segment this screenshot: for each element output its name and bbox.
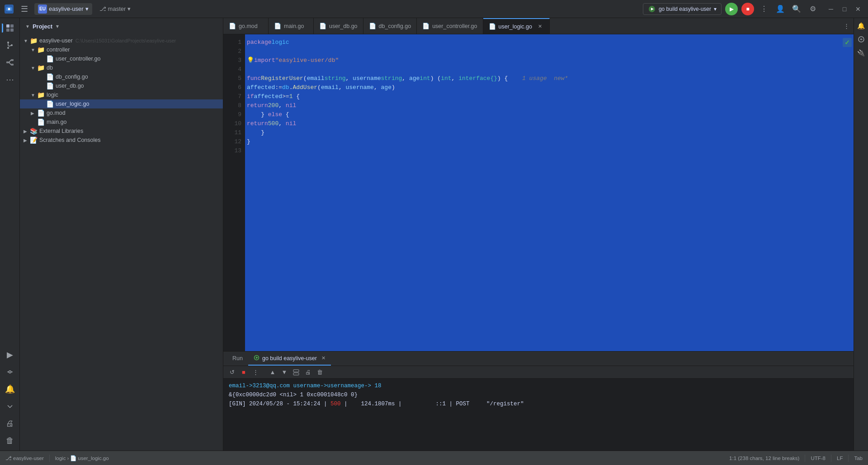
userlogicgo-tab-icon: 📄 bbox=[489, 23, 496, 30]
tree-main-file[interactable]: ▶ 📄 main.go bbox=[20, 117, 223, 127]
plug-icon[interactable]: 🔌 bbox=[855, 47, 867, 59]
tabs-more-button[interactable]: ⋮ bbox=[839, 18, 854, 34]
ai-icon[interactable] bbox=[855, 33, 867, 45]
line-num-8: 8 bbox=[223, 101, 241, 110]
minimize-button[interactable]: ─ bbox=[825, 3, 837, 15]
status-bar: ⎇ easylive-user logic › 📄 user_logic.go … bbox=[0, 451, 868, 465]
project-selector[interactable]: EU easylive-user ▾ bbox=[34, 3, 92, 15]
tree-root[interactable]: ▼ 📁 easylive-user C:\Users\15031\GolandP… bbox=[20, 36, 223, 45]
terminal-layout-button[interactable] bbox=[291, 367, 301, 377]
editor-column: 📄 go.mod 📄 main.go 📄 user_db.go 📄 db_con… bbox=[223, 18, 854, 451]
sidebar-item-print[interactable]: 🖨 bbox=[2, 415, 18, 432]
sidebar-item-more[interactable]: ⋯ bbox=[2, 71, 18, 88]
more-options-button[interactable]: ⋮ bbox=[758, 3, 770, 15]
bottom-tab-go-build[interactable]: go build easylive-user ✕ bbox=[248, 352, 331, 366]
status-position-item[interactable]: 1:1 (238 chars, 12 line breaks) bbox=[727, 456, 801, 461]
sidebar-header[interactable]: ▼ Project ▾ bbox=[20, 18, 223, 34]
tab-userlogicgo[interactable]: 📄 user_logic.go ✕ bbox=[483, 18, 550, 34]
breadcrumb-file-label: user_logic.go bbox=[78, 456, 108, 461]
scroll-down-button[interactable]: ▼ bbox=[279, 367, 289, 377]
more-actions-button[interactable]: ⋮ bbox=[250, 367, 260, 377]
svg-point-9 bbox=[7, 47, 9, 49]
tree-controller-folder[interactable]: ▼ 📁 controller bbox=[20, 45, 223, 54]
settings-button[interactable]: ⚙ bbox=[807, 3, 819, 15]
restart-button[interactable]: ↺ bbox=[227, 367, 237, 377]
tab-userdbgo[interactable]: 📄 user_db.go bbox=[314, 18, 363, 34]
status-position-label: 1:1 (238 chars, 12 line breaks) bbox=[729, 456, 799, 461]
sidebar-item-project[interactable] bbox=[2, 20, 18, 36]
db-chevron-icon: ▼ bbox=[31, 66, 36, 70]
go-build-tab-close-button[interactable]: ✕ bbox=[321, 355, 326, 361]
hamburger-menu-button[interactable]: ☰ bbox=[18, 3, 31, 15]
tree-scratches[interactable]: ▶ 📝 Scratches and Consoles bbox=[20, 136, 223, 145]
sidebar-item-git2[interactable] bbox=[2, 398, 18, 414]
status-encoding-item[interactable]: UTF-8 bbox=[809, 456, 827, 461]
status-breadcrumb[interactable]: logic › 📄 user_logic.go bbox=[53, 455, 111, 461]
close-button[interactable]: ✕ bbox=[852, 3, 864, 15]
tree-user-db-file[interactable]: ▶ 📄 user_db.go bbox=[20, 81, 223, 90]
branch-selector[interactable]: ⎇ master ▾ bbox=[96, 4, 135, 14]
bottom-tabs-bar: Run go build easylive-user ✕ bbox=[223, 352, 854, 366]
code-line-3: 💡 import "easylive-user/db" bbox=[247, 56, 850, 65]
profile-button[interactable]: 👤 bbox=[774, 3, 787, 15]
code-line-8: return 200, nil bbox=[247, 101, 850, 110]
code-editor: 1 2 3 4 5 6 7 8 9 10 11 12 13 package lo… bbox=[223, 34, 854, 351]
main-container: ⋯ ▶ 🔔 🖨 🗑 ▼ Project ▾ ▼ 📁 easylive-user … bbox=[0, 18, 868, 451]
user-logic-filename-label: user_logic.go bbox=[56, 101, 89, 107]
tree-external-libraries[interactable]: ▶ 📚 External Libraries bbox=[20, 127, 223, 136]
sidebar: ▼ Project ▾ ▼ 📁 easylive-user C:\Users\1… bbox=[20, 18, 223, 451]
user-controller-file-icon: 📄 bbox=[46, 55, 54, 62]
tab-usercontrollergo[interactable]: 📄 user_controller.go bbox=[417, 18, 483, 34]
sidebar-item-trash[interactable]: 🗑 bbox=[2, 432, 18, 449]
code-content[interactable]: package logic 💡 import "easylive-user/db… bbox=[245, 34, 854, 351]
root-chevron-icon: ▼ bbox=[24, 38, 29, 43]
main-file-icon: 📄 bbox=[37, 118, 45, 126]
main-filename-label: main.go bbox=[47, 119, 66, 125]
status-git-item[interactable]: ⎇ easylive-user bbox=[4, 455, 46, 461]
tree-logic-folder[interactable]: ▼ 📁 logic bbox=[20, 90, 223, 99]
code-line-1: package logic bbox=[247, 38, 850, 47]
sidebar-item-run-debug[interactable]: ▶ bbox=[2, 347, 18, 363]
status-sep-2 bbox=[805, 455, 805, 462]
status-indent-item[interactable]: Tab bbox=[852, 456, 864, 461]
root-path-label: C:\Users\15031\GolandProjects\easylive-u… bbox=[75, 38, 176, 43]
run-button[interactable]: ▶ bbox=[725, 3, 738, 15]
status-sep-3 bbox=[831, 455, 831, 462]
tree-gomod[interactable]: ▶ 📄 go.mod bbox=[20, 108, 223, 117]
tab-dbconfiggo[interactable]: 📄 db_config.go bbox=[363, 18, 417, 34]
sidebar-item-structure[interactable] bbox=[2, 54, 18, 70]
print-button[interactable]: 🖨 bbox=[303, 367, 313, 377]
tree-db-folder[interactable]: ▼ 📁 db bbox=[20, 63, 223, 72]
sidebar-title-chevron-icon: ▾ bbox=[56, 23, 59, 29]
svg-rect-12 bbox=[6, 61, 9, 63]
bottom-tab-run[interactable]: Run bbox=[227, 352, 248, 366]
status-linesep-item[interactable]: LF bbox=[835, 456, 844, 461]
tree-user-logic-file[interactable]: ▶ 📄 user_logic.go bbox=[20, 99, 223, 108]
tree-user-controller-file[interactable]: ▶ 📄 user_controller.go bbox=[20, 54, 223, 63]
tab-gomod[interactable]: 📄 go.mod bbox=[223, 18, 269, 34]
sidebar-item-commit[interactable] bbox=[2, 364, 18, 380]
tree-db-config-file[interactable]: ▶ 📄 db_config.go bbox=[20, 72, 223, 81]
status-indent-label: Tab bbox=[854, 456, 863, 461]
go-build-tab-label: go build easylive-user bbox=[262, 355, 317, 362]
stop-button[interactable]: ■ bbox=[741, 3, 754, 15]
breadcrumb-logic-label: logic bbox=[55, 456, 66, 461]
notification-icon[interactable]: 🔔 bbox=[855, 20, 867, 32]
project-chevron-icon: ▾ bbox=[85, 5, 89, 12]
search-button[interactable]: 🔍 bbox=[790, 3, 803, 15]
checkmark-badge: ✓ bbox=[843, 38, 852, 47]
scroll-up-button[interactable]: ▲ bbox=[268, 367, 278, 377]
code-line-12: } bbox=[247, 137, 850, 146]
userlogicgo-tab-close-button[interactable]: ✕ bbox=[537, 23, 544, 30]
user-db-filename-label: user_db.go bbox=[56, 83, 84, 89]
maximize-button[interactable]: □ bbox=[838, 3, 851, 15]
gomod-chevron-icon: ▶ bbox=[31, 111, 36, 116]
stop-run-button[interactable]: ■ bbox=[239, 367, 249, 377]
line-num-9: 9 bbox=[223, 110, 241, 119]
svg-line-16 bbox=[9, 62, 11, 65]
trash-button[interactable]: 🗑 bbox=[315, 367, 325, 377]
sidebar-item-git[interactable] bbox=[2, 37, 18, 53]
tab-maingo[interactable]: 📄 main.go bbox=[269, 18, 314, 34]
sidebar-item-notifications[interactable]: 🔔 bbox=[2, 381, 18, 397]
run-config-selector[interactable]: go build easylive-user ▾ bbox=[643, 3, 722, 15]
